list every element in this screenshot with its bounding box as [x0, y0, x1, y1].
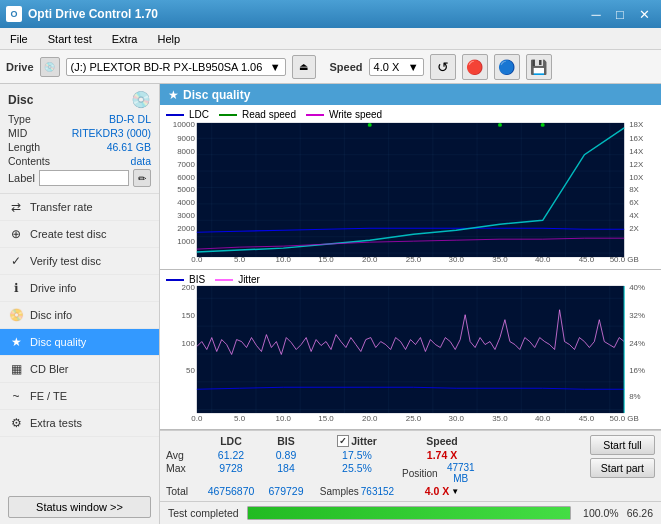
nav-label-verify-test-disc: Verify test disc: [30, 255, 101, 267]
top-chart: 10000 9000 8000 7000 6000 5000 4000 3000…: [160, 105, 661, 269]
svg-text:40.0: 40.0: [535, 414, 551, 423]
type-label: Type: [8, 113, 31, 125]
sidebar-item-disc-quality[interactable]: ★ Disc quality: [0, 329, 159, 356]
svg-text:8000: 8000: [177, 147, 195, 156]
sidebar-item-verify-test-disc[interactable]: ✓ Verify test disc: [0, 248, 159, 275]
window-controls: ─ □ ✕: [585, 5, 655, 23]
svg-text:6000: 6000: [177, 173, 195, 182]
app-title: Opti Drive Control 1.70: [28, 7, 158, 21]
svg-text:1000: 1000: [177, 237, 195, 246]
label-input[interactable]: [39, 170, 129, 186]
svg-text:45.0: 45.0: [579, 255, 595, 264]
nav-label-disc-quality: Disc quality: [30, 336, 86, 348]
svg-text:25.0: 25.0: [406, 414, 422, 423]
legend-ldc-label: LDC: [189, 109, 209, 120]
verify-disc-icon: ✓: [8, 253, 24, 269]
speed-label: Speed: [330, 61, 363, 73]
close-button[interactable]: ✕: [633, 5, 655, 23]
svg-text:10.0: 10.0: [276, 414, 292, 423]
speed-selector[interactable]: 4.0 X ▼: [369, 58, 424, 76]
menu-help[interactable]: Help: [151, 31, 186, 47]
panel-header: ★ Disc quality: [160, 84, 661, 105]
status-window-button[interactable]: Status window >>: [8, 496, 151, 518]
jitter-checkbox[interactable]: ✓: [337, 435, 349, 447]
progress-track: [247, 506, 571, 520]
charts-container: LDC Read speed Write speed: [160, 105, 661, 501]
svg-point-34: [541, 123, 545, 127]
menu-file[interactable]: File: [4, 31, 34, 47]
svg-text:8X: 8X: [629, 185, 639, 194]
progress-fill: [248, 507, 570, 519]
svg-text:0.0: 0.0: [191, 255, 203, 264]
drive-info-icon: ℹ: [8, 280, 24, 296]
svg-text:35.0: 35.0: [492, 255, 508, 264]
total-ldc: 46756870: [202, 485, 260, 497]
samples-label: Samples: [320, 486, 359, 497]
max-label: Max: [166, 462, 202, 484]
svg-text:45.0: 45.0: [579, 414, 595, 423]
total-bis: 679729: [260, 485, 312, 497]
sidebar-item-extra-tests[interactable]: ⚙ Extra tests: [0, 410, 159, 437]
drive-selector[interactable]: (J:) PLEXTOR BD-R PX-LB950SA 1.06 ▼: [66, 58, 286, 76]
svg-text:35.0: 35.0: [492, 414, 508, 423]
svg-text:40.0: 40.0: [535, 255, 551, 264]
legend-bis-label: BIS: [189, 274, 205, 285]
label-edit-button[interactable]: ✏: [133, 169, 151, 187]
panel-title: Disc quality: [183, 88, 250, 102]
svg-text:9000: 9000: [177, 134, 195, 143]
main-content: Disc 💿 Type BD-R DL MID RITEKDR3 (000) L…: [0, 84, 661, 524]
svg-text:16X: 16X: [629, 134, 644, 143]
nav-label-create-test-disc: Create test disc: [30, 228, 106, 240]
info-button[interactable]: 🔵: [494, 54, 520, 80]
length-value: 46.61 GB: [107, 141, 151, 153]
sidebar-item-transfer-rate[interactable]: ⇄ Transfer rate: [0, 194, 159, 221]
save-button[interactable]: 💾: [526, 54, 552, 80]
svg-text:30.0: 30.0: [448, 255, 464, 264]
mid-label: MID: [8, 127, 27, 139]
title-bar: O Opti Drive Control 1.70 ─ □ ✕: [0, 0, 661, 28]
stats-bis-header: BIS: [260, 435, 312, 447]
svg-text:15.0: 15.0: [318, 255, 334, 264]
svg-text:150: 150: [182, 311, 196, 320]
stats-speed-header: Speed: [402, 435, 482, 447]
contents-value: data: [131, 155, 151, 167]
svg-rect-1: [197, 123, 624, 257]
panel-icon: ★: [168, 88, 179, 102]
sidebar-item-create-test-disc[interactable]: ⊕ Create test disc: [0, 221, 159, 248]
svg-point-32: [368, 123, 372, 127]
nav-label-fe-te: FE / TE: [30, 390, 67, 402]
speed-select-chevron: ▼: [451, 487, 459, 496]
app-icon: O: [6, 6, 22, 22]
refresh-button[interactable]: ↺: [430, 54, 456, 80]
drive-label: Drive: [6, 61, 34, 73]
maximize-button[interactable]: □: [609, 5, 631, 23]
svg-text:24%: 24%: [629, 339, 645, 348]
menu-start-test[interactable]: Start test: [42, 31, 98, 47]
sidebar-item-cd-bler[interactable]: ▦ CD Bler: [0, 356, 159, 383]
eject-button[interactable]: ⏏: [292, 55, 316, 79]
length-label: Length: [8, 141, 40, 153]
sidebar-item-drive-info[interactable]: ℹ Drive info: [0, 275, 159, 302]
sidebar-item-disc-info[interactable]: 📀 Disc info: [0, 302, 159, 329]
avg-jitter: 17.5%: [312, 449, 402, 461]
svg-text:100: 100: [182, 339, 196, 348]
sidebar-item-fe-te[interactable]: ~ FE / TE: [0, 383, 159, 410]
legend-ldc: LDC: [166, 109, 209, 120]
fe-te-icon: ~: [8, 388, 24, 404]
contents-label: Contents: [8, 155, 50, 167]
svg-point-33: [498, 123, 502, 127]
legend-read-speed-label: Read speed: [242, 109, 296, 120]
start-part-button[interactable]: Start part: [590, 458, 655, 478]
avg-ldc: 61.22: [202, 449, 260, 461]
pos-label: Position: [402, 468, 438, 479]
svg-text:10X: 10X: [629, 173, 644, 182]
start-full-button[interactable]: Start full: [590, 435, 655, 455]
menu-extra[interactable]: Extra: [106, 31, 144, 47]
transfer-rate-icon: ⇄: [8, 199, 24, 215]
avg-label: Avg: [166, 449, 202, 461]
svg-text:50.0 GB: 50.0 GB: [610, 414, 639, 423]
legend-read-speed: Read speed: [219, 109, 296, 120]
minimize-button[interactable]: ─: [585, 5, 607, 23]
settings-button[interactable]: 🔴: [462, 54, 488, 80]
max-jitter: 25.5%: [312, 462, 402, 484]
